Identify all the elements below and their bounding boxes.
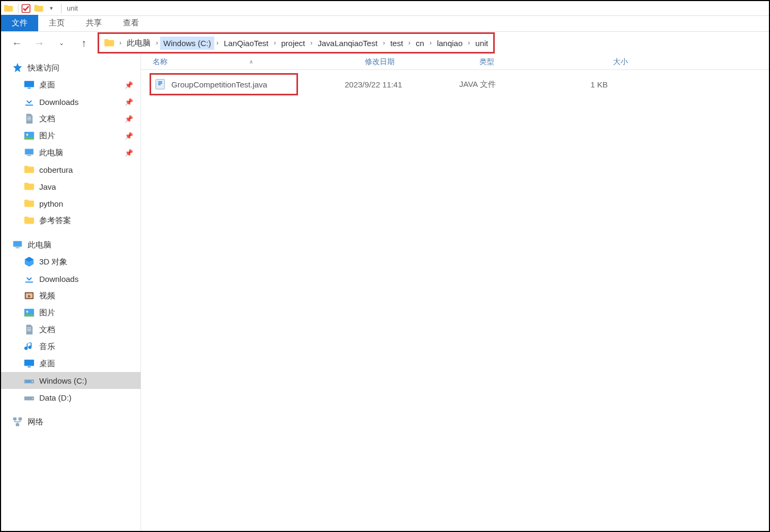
star-icon xyxy=(12,62,23,74)
column-header-name[interactable]: 名称 ∧ xyxy=(153,57,365,67)
sidebar-this-pc[interactable]: 此电脑 xyxy=(1,236,141,253)
drive-icon xyxy=(23,375,35,386)
pin-icon: 📌 xyxy=(125,98,133,106)
svg-rect-10 xyxy=(14,242,22,246)
chevron-right-icon[interactable]: › xyxy=(427,39,434,47)
svg-point-16 xyxy=(27,311,29,313)
breadcrumb-item-lanqiao[interactable]: lanqiao xyxy=(434,37,466,50)
sidebar-item-windows-c[interactable]: Windows (C:) xyxy=(1,372,141,389)
svg-rect-11 xyxy=(15,247,19,249)
sidebar-item-downloads[interactable]: Downloads 📌 xyxy=(1,93,141,110)
breadcrumb-item-test[interactable]: test xyxy=(387,37,406,50)
chevron-right-icon[interactable]: › xyxy=(272,39,278,47)
sidebar-item-desktop-2[interactable]: 桌面 xyxy=(1,355,141,372)
file-row[interactable]: GroupCompetitionTest.java 2023/9/22 11:4… xyxy=(141,75,769,93)
sidebar-item-music[interactable]: 音乐 xyxy=(1,338,141,355)
sidebar-item-java[interactable]: Java xyxy=(1,178,141,195)
breadcrumb-item-javalanqiaotest[interactable]: JavaLanqiaoTest xyxy=(314,37,381,50)
svg-rect-1 xyxy=(24,81,34,87)
folder-icon xyxy=(23,181,35,192)
desktop-icon xyxy=(23,79,35,91)
chevron-right-icon[interactable]: › xyxy=(214,39,221,47)
file-date: 2023/9/22 11:41 xyxy=(345,80,459,89)
sidebar-item-data-d[interactable]: Data (D:) xyxy=(1,389,141,406)
breadcrumb-item-this-pc[interactable]: 此电脑 xyxy=(124,36,154,50)
svg-rect-24 xyxy=(13,418,16,421)
breadcrumb-item-project[interactable]: project xyxy=(278,37,308,50)
breadcrumb-item-cn[interactable]: cn xyxy=(413,37,427,50)
pin-icon: 📌 xyxy=(125,115,133,123)
chevron-right-icon[interactable]: › xyxy=(308,39,314,47)
pin-icon: 📌 xyxy=(125,81,133,89)
picture-icon xyxy=(23,130,35,141)
folder-icon xyxy=(103,37,115,49)
ribbon-tab-view[interactable]: 查看 xyxy=(112,15,150,31)
music-icon xyxy=(23,341,35,352)
chevron-right-icon[interactable]: › xyxy=(154,39,160,47)
ribbon-tab-file[interactable]: 文件 xyxy=(1,15,38,31)
sidebar-item-desktop[interactable]: 桌面 📌 xyxy=(1,76,141,93)
picture-icon xyxy=(23,307,35,318)
column-header-date[interactable]: 修改日期 xyxy=(365,57,479,67)
checkmark-icon[interactable] xyxy=(21,3,31,14)
dropdown-icon[interactable]: ▾ xyxy=(46,3,57,14)
column-headers[interactable]: 名称 ∧ 修改日期 类型 大小 xyxy=(141,54,769,70)
chevron-right-icon[interactable]: › xyxy=(381,39,387,47)
separator xyxy=(61,4,62,13)
computer-icon xyxy=(12,239,23,251)
chevron-right-icon[interactable]: › xyxy=(406,39,413,47)
sidebar-item-pictures-2[interactable]: 图片 xyxy=(1,304,141,321)
document-icon xyxy=(23,324,35,335)
ribbon-tabs: 文件 主页 共享 查看 xyxy=(1,16,769,32)
sidebar-item-python[interactable]: python xyxy=(1,195,141,212)
folder-icon xyxy=(23,198,35,209)
svg-rect-3 xyxy=(25,105,33,106)
up-button[interactable]: ↑ xyxy=(75,34,92,51)
document-icon xyxy=(23,113,35,125)
chevron-right-icon[interactable]: › xyxy=(117,39,124,47)
sidebar-item-documents-2[interactable]: 文档 xyxy=(1,321,141,338)
sidebar-item-documents[interactable]: 文档 📌 xyxy=(1,110,141,127)
breadcrumb-item-lanqiaotest[interactable]: LanQiaoTest xyxy=(221,37,272,50)
main-area: 快速访问 桌面 📌 Downloads 📌 文档 📌 图片 📌 此电脑 📌 xyxy=(1,54,769,531)
sidebar-item-downloads-2[interactable]: Downloads xyxy=(1,270,141,287)
3d-icon xyxy=(23,256,35,268)
drive-icon xyxy=(23,392,35,403)
sidebar-item-3d-objects[interactable]: 3D 对象 xyxy=(1,253,141,270)
java-file-icon xyxy=(154,78,166,90)
pin-icon: 📌 xyxy=(125,149,133,157)
breadcrumb-item-windows-c[interactable]: Windows (C:) xyxy=(160,37,214,50)
sidebar-quick-access[interactable]: 快速访问 xyxy=(1,59,141,76)
sidebar-item-answers[interactable]: 参考答案 xyxy=(1,212,141,229)
breadcrumb-item-unit[interactable]: unit xyxy=(472,37,491,50)
navigation-pane[interactable]: 快速访问 桌面 📌 Downloads 📌 文档 📌 图片 📌 此电脑 📌 xyxy=(1,54,141,531)
file-list-pane: 名称 ∧ 修改日期 类型 大小 GroupCompetitionTest.jav… xyxy=(141,54,769,531)
svg-rect-7 xyxy=(25,149,33,154)
computer-icon xyxy=(23,147,35,158)
network-icon xyxy=(12,416,23,428)
file-type: JAVA 文件 xyxy=(459,79,555,90)
folder-small-icon[interactable] xyxy=(33,3,44,14)
svg-rect-17 xyxy=(24,360,34,366)
file-highlight-box: GroupCompetitionTest.java xyxy=(150,73,298,95)
svg-rect-26 xyxy=(16,423,19,427)
sort-ascending-icon: ∧ xyxy=(249,59,253,65)
chevron-right-icon[interactable]: › xyxy=(466,39,472,47)
file-name: GroupCompetitionTest.java xyxy=(171,80,267,89)
ribbon-tab-share[interactable]: 共享 xyxy=(75,15,112,31)
breadcrumb-highlight-box: › 此电脑 › Windows (C:) › LanQiaoTest › pro… xyxy=(98,32,495,54)
ribbon-tab-home[interactable]: 主页 xyxy=(38,15,75,31)
recent-locations-dropdown[interactable]: ⌄ xyxy=(53,34,70,51)
sidebar-item-this-pc[interactable]: 此电脑 📌 xyxy=(1,144,141,161)
column-label-name: 名称 xyxy=(153,57,168,67)
sidebar-item-pictures[interactable]: 图片 📌 xyxy=(1,127,141,144)
forward-button[interactable]: → xyxy=(31,34,48,51)
sidebar-item-cobertura[interactable]: cobertura xyxy=(1,161,141,178)
back-button[interactable]: ← xyxy=(8,34,25,51)
sidebar-network[interactable]: 网络 xyxy=(1,413,141,430)
breadcrumb[interactable]: › 此电脑 › Windows (C:) › LanQiaoTest › pro… xyxy=(101,35,491,51)
column-header-type[interactable]: 类型 xyxy=(479,57,575,67)
sidebar-item-videos[interactable]: 视频 xyxy=(1,287,141,304)
column-header-size[interactable]: 大小 xyxy=(575,57,628,67)
download-icon xyxy=(23,96,35,108)
